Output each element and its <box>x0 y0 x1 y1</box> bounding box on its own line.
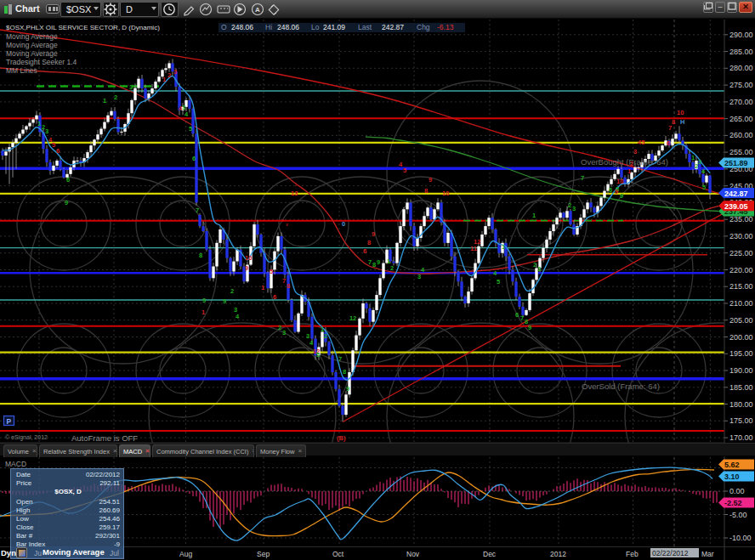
svg-text:7: 7 <box>196 206 199 214</box>
svg-text:6: 6 <box>192 155 196 162</box>
svg-text:280.00: 280.00 <box>729 64 753 72</box>
svg-text:265.00: 265.00 <box>729 115 753 123</box>
svg-text:Feb: Feb <box>626 550 639 558</box>
svg-text:Dec: Dec <box>483 550 497 558</box>
svg-text:235.00: 235.00 <box>729 215 753 223</box>
svg-text:7: 7 <box>581 174 584 182</box>
svg-text:4: 4 <box>184 110 189 118</box>
svg-text:9: 9 <box>615 188 618 195</box>
svg-text:9: 9 <box>202 297 206 304</box>
svg-text:5: 5 <box>189 125 192 133</box>
svg-text:170.00: 170.00 <box>729 433 753 442</box>
svg-text:251.89: 251.89 <box>724 159 748 167</box>
svg-text:6: 6 <box>273 293 276 301</box>
svg-text:8: 8 <box>372 261 376 269</box>
svg-text:2: 2 <box>167 71 171 79</box>
svg-text:3: 3 <box>45 127 48 135</box>
svg-text:2: 2 <box>568 201 571 209</box>
svg-text:2: 2 <box>230 287 234 295</box>
svg-text:2: 2 <box>390 264 394 272</box>
svg-text:10: 10 <box>245 254 252 262</box>
svg-text:3: 3 <box>698 158 701 166</box>
svg-text:3: 3 <box>129 83 133 91</box>
svg-text:9: 9 <box>620 192 623 200</box>
svg-text:285.00: 285.00 <box>729 48 753 56</box>
svg-text:2: 2 <box>353 314 356 322</box>
svg-text:1: 1 <box>162 76 166 83</box>
svg-text:210.00: 210.00 <box>729 299 753 308</box>
svg-text:8: 8 <box>343 368 346 376</box>
svg-text:3: 3 <box>417 273 421 280</box>
svg-text:1: 1 <box>261 284 264 291</box>
svg-text:185.00: 185.00 <box>729 383 753 392</box>
svg-text:1: 1 <box>37 120 41 127</box>
svg-text:H: H <box>680 118 684 126</box>
svg-text:3: 3 <box>537 265 541 273</box>
svg-text:x: x <box>286 222 288 227</box>
svg-text:5: 5 <box>702 184 706 191</box>
svg-text:2: 2 <box>533 261 536 269</box>
svg-text:7: 7 <box>282 277 286 285</box>
svg-text:-5.00: -5.00 <box>729 511 747 519</box>
svg-text:5: 5 <box>316 351 320 359</box>
svg-text:MACD: MACD <box>5 460 26 468</box>
svg-text:220.00: 220.00 <box>729 266 753 274</box>
svg-text:© eSignal, 2012: © eSignal, 2012 <box>5 434 48 441</box>
svg-text:9: 9 <box>65 199 68 206</box>
svg-text:8: 8 <box>424 187 428 195</box>
svg-text:AutoFrame is OFF: AutoFrame is OFF <box>71 433 138 443</box>
svg-text:-10.00: -10.00 <box>729 534 752 542</box>
svg-text:8: 8 <box>672 118 675 126</box>
svg-text:2012: 2012 <box>550 550 566 558</box>
svg-text:9: 9 <box>377 258 380 266</box>
svg-text:9: 9 <box>346 385 349 393</box>
svg-text:9: 9 <box>429 176 432 184</box>
svg-text:6: 6 <box>515 311 519 319</box>
svg-text:230.00: 230.00 <box>729 232 753 240</box>
svg-text:9: 9 <box>223 297 226 305</box>
svg-text:2: 2 <box>278 324 281 331</box>
svg-text:10: 10 <box>442 189 449 197</box>
svg-text:2: 2 <box>324 332 327 340</box>
svg-text:5: 5 <box>497 278 500 286</box>
svg-text:13: 13 <box>291 189 298 197</box>
svg-text:3: 3 <box>633 148 637 156</box>
svg-text:P: P <box>7 417 12 426</box>
svg-text:195.00: 195.00 <box>729 349 753 358</box>
svg-text:0: 0 <box>342 220 345 228</box>
svg-text:10: 10 <box>677 109 684 116</box>
svg-text:1: 1 <box>502 243 505 251</box>
svg-text:1: 1 <box>627 167 631 175</box>
svg-text:180.00: 180.00 <box>729 400 753 409</box>
svg-text:6: 6 <box>56 147 60 155</box>
svg-text:1: 1 <box>691 154 695 161</box>
svg-text:Oct: Oct <box>332 550 344 558</box>
svg-text:3: 3 <box>572 205 576 212</box>
svg-text:OverSold (Frame: 64): OverSold (Frame: 64) <box>582 382 660 391</box>
svg-text:3.10: 3.10 <box>724 472 740 481</box>
svg-text:6: 6 <box>66 176 70 184</box>
svg-text:5: 5 <box>403 167 406 174</box>
svg-text:OverBought (Frame: 64): OverBought (Frame: 64) <box>581 157 668 167</box>
svg-text:9: 9 <box>245 264 248 272</box>
svg-text:2: 2 <box>114 93 117 101</box>
svg-text:Mar: Mar <box>701 550 714 558</box>
svg-text:7: 7 <box>520 314 524 322</box>
svg-text:0.00: 0.00 <box>729 487 745 495</box>
svg-text:8: 8 <box>367 239 371 246</box>
svg-text:45: 45 <box>638 139 644 146</box>
svg-text:175.00: 175.00 <box>729 416 753 425</box>
svg-text:9: 9 <box>528 324 531 331</box>
svg-text:6: 6 <box>363 247 366 255</box>
svg-text:8: 8 <box>287 282 290 290</box>
svg-text:11: 11 <box>470 245 477 252</box>
svg-text:Nov: Nov <box>406 550 420 558</box>
svg-text:5: 5 <box>270 268 273 275</box>
svg-text:205.00: 205.00 <box>729 316 753 325</box>
svg-text:255.00: 255.00 <box>729 148 753 156</box>
svg-text:242.87: 242.87 <box>724 189 748 198</box>
svg-text:5: 5 <box>52 141 55 149</box>
svg-text:3: 3 <box>282 329 286 337</box>
svg-text:Sep: Sep <box>257 550 270 558</box>
svg-text:1: 1 <box>202 308 205 316</box>
